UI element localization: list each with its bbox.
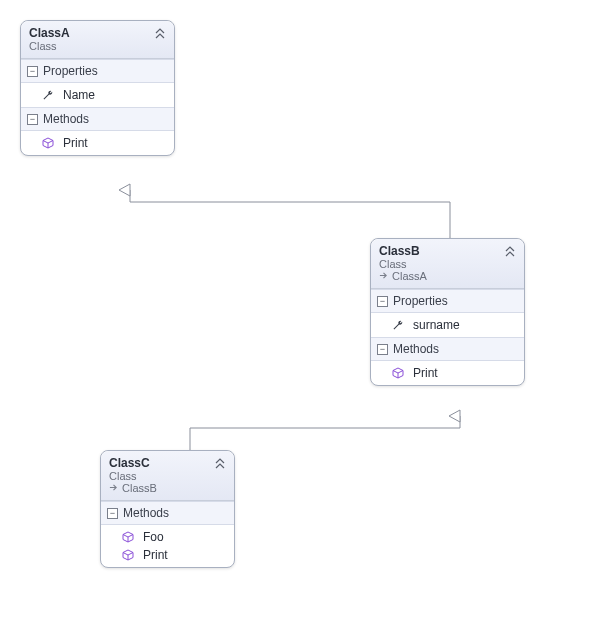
method-icon bbox=[41, 137, 55, 149]
collapse-chevron-icon[interactable] bbox=[154, 27, 166, 39]
method-member[interactable]: Print bbox=[371, 364, 524, 382]
methods-label: Methods bbox=[123, 506, 169, 520]
class-box-a[interactable]: ClassA Class − Properties Name − Methods… bbox=[20, 20, 175, 156]
properties-list: Name bbox=[21, 83, 174, 107]
method-name: Print bbox=[413, 366, 438, 380]
minus-icon[interactable]: − bbox=[27, 114, 38, 125]
class-header[interactable]: ClassC Class ClassB bbox=[101, 451, 234, 501]
class-header[interactable]: ClassA Class bbox=[21, 21, 174, 59]
method-icon bbox=[391, 367, 405, 379]
method-name: Print bbox=[63, 136, 88, 150]
methods-list: Foo Print bbox=[101, 525, 234, 567]
arrow-right-icon bbox=[109, 483, 118, 494]
base-class-name: ClassB bbox=[122, 482, 157, 494]
class-title: ClassA bbox=[29, 26, 166, 40]
methods-section-header[interactable]: − Methods bbox=[371, 337, 524, 361]
wrench-icon bbox=[391, 319, 405, 331]
class-title: ClassC bbox=[109, 456, 226, 470]
minus-icon[interactable]: − bbox=[27, 66, 38, 77]
method-icon bbox=[121, 531, 135, 543]
base-class-line: ClassA bbox=[379, 270, 516, 282]
property-name: Name bbox=[63, 88, 95, 102]
minus-icon[interactable]: − bbox=[377, 344, 388, 355]
methods-section-header[interactable]: − Methods bbox=[101, 501, 234, 525]
class-stereotype: Class bbox=[379, 258, 516, 270]
class-stereotype: Class bbox=[29, 40, 166, 52]
method-member[interactable]: Foo bbox=[101, 528, 234, 546]
methods-list: Print bbox=[371, 361, 524, 385]
method-name: Foo bbox=[143, 530, 164, 544]
method-name: Print bbox=[143, 548, 168, 562]
arrow-right-icon bbox=[379, 271, 388, 282]
methods-list: Print bbox=[21, 131, 174, 155]
base-class-name: ClassA bbox=[392, 270, 427, 282]
methods-section-header[interactable]: − Methods bbox=[21, 107, 174, 131]
methods-label: Methods bbox=[393, 342, 439, 356]
property-member[interactable]: surname bbox=[371, 316, 524, 334]
minus-icon[interactable]: − bbox=[107, 508, 118, 519]
inheritance-connector-c-to-b bbox=[190, 416, 460, 450]
property-member[interactable]: Name bbox=[21, 86, 174, 104]
collapse-chevron-icon[interactable] bbox=[504, 245, 516, 257]
class-box-c[interactable]: ClassC Class ClassB − Methods Foo Print bbox=[100, 450, 235, 568]
properties-section-header[interactable]: − Properties bbox=[21, 59, 174, 83]
method-icon bbox=[121, 549, 135, 561]
wrench-icon bbox=[41, 89, 55, 101]
properties-list: surname bbox=[371, 313, 524, 337]
class-box-b[interactable]: ClassB Class ClassA − Properties surname… bbox=[370, 238, 525, 386]
base-class-line: ClassB bbox=[109, 482, 226, 494]
class-stereotype: Class bbox=[109, 470, 226, 482]
collapse-chevron-icon[interactable] bbox=[214, 457, 226, 469]
properties-label: Properties bbox=[43, 64, 98, 78]
method-member[interactable]: Print bbox=[101, 546, 234, 564]
properties-label: Properties bbox=[393, 294, 448, 308]
properties-section-header[interactable]: − Properties bbox=[371, 289, 524, 313]
class-header[interactable]: ClassB Class ClassA bbox=[371, 239, 524, 289]
minus-icon[interactable]: − bbox=[377, 296, 388, 307]
property-name: surname bbox=[413, 318, 460, 332]
inheritance-connector-b-to-a bbox=[130, 190, 450, 238]
method-member[interactable]: Print bbox=[21, 134, 174, 152]
methods-label: Methods bbox=[43, 112, 89, 126]
class-title: ClassB bbox=[379, 244, 516, 258]
